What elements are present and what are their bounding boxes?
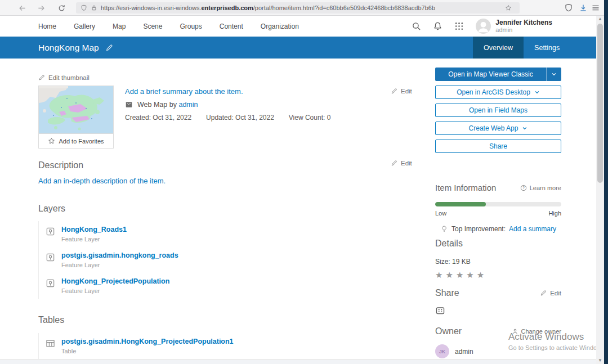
chevron-down-icon bbox=[551, 71, 557, 77]
web-map-icon bbox=[125, 101, 133, 109]
open-in-map-viewer-classic-button[interactable]: Open in Map Viewer Classic bbox=[435, 68, 561, 81]
description-heading: Description bbox=[38, 160, 83, 170]
edit-summary-button[interactable]: Edit bbox=[391, 88, 412, 95]
edit-title-pencil-icon[interactable] bbox=[105, 44, 113, 52]
edit-share-button[interactable]: Edit bbox=[540, 290, 561, 296]
gauge-high-label: High bbox=[548, 210, 561, 217]
item-information-heading: Item Information bbox=[435, 183, 496, 192]
browser-reload-icon[interactable] bbox=[56, 3, 66, 13]
rating-star[interactable]: ★ bbox=[456, 270, 466, 280]
layer-title[interactable]: HongKong_Roads1 bbox=[61, 226, 127, 234]
nav-item-gallery[interactable]: Gallery bbox=[74, 23, 95, 30]
edit-description-button[interactable]: Edit bbox=[391, 160, 412, 167]
layer-type: Feature Layer bbox=[61, 262, 178, 268]
add-description-link[interactable]: Add an in-depth description of the item. bbox=[38, 177, 166, 185]
user-role: admin bbox=[495, 26, 552, 33]
tracking-protection-icon[interactable] bbox=[564, 3, 573, 12]
change-owner-link[interactable]: Change owner bbox=[512, 328, 561, 335]
notifications-bell-icon[interactable] bbox=[433, 21, 442, 31]
table-title[interactable]: postgis.gisadmin.HongKong_ProjectedPopul… bbox=[61, 338, 234, 346]
learn-more-link[interactable]: Learn more bbox=[520, 185, 561, 191]
user-name: Jennifer Kitchens bbox=[495, 19, 552, 26]
scroll-down-arrow-icon[interactable]: ▼ bbox=[596, 357, 604, 364]
browser-back-icon[interactable] bbox=[17, 3, 27, 13]
owner-name: admin bbox=[455, 348, 473, 356]
gauge-low-label: Low bbox=[435, 210, 446, 217]
person-icon bbox=[512, 328, 518, 335]
nav-item-scene[interactable]: Scene bbox=[143, 23, 162, 30]
layer-title[interactable]: HongKong_ProjectedPopulation bbox=[61, 277, 169, 286]
browser-forward-icon[interactable] bbox=[36, 3, 46, 13]
pencil-icon bbox=[391, 160, 397, 167]
table-type: Table bbox=[61, 348, 234, 354]
horizontal-scrollbar[interactable] bbox=[0, 359, 596, 364]
nav-item-groups[interactable]: Groups bbox=[180, 23, 202, 30]
item-thumbnail-card: Add to Favorites bbox=[38, 86, 114, 149]
layer-row[interactable]: HongKong_ProjectedPopulation Feature Lay… bbox=[39, 273, 393, 299]
browser-menu-icon[interactable] bbox=[591, 3, 600, 12]
layers-heading: Layers bbox=[38, 204, 65, 214]
portal-nav-right: Jennifer Kitchens admin bbox=[412, 16, 552, 37]
item-information-section: Item Information Learn more Low High Top… bbox=[435, 183, 561, 233]
nav-item-map[interactable]: Map bbox=[113, 23, 126, 30]
item-owner-link[interactable]: admin bbox=[178, 101, 198, 109]
chevron-down-icon bbox=[534, 89, 540, 95]
portal-nav-links: Home Gallery Map Scene Groups Content Or… bbox=[38, 16, 299, 37]
owner-heading: Owner bbox=[435, 326, 462, 336]
add-a-summary-link[interactable]: Add a summary bbox=[509, 225, 556, 233]
edit-thumbnail-button[interactable]: Edit thumbnail bbox=[38, 74, 90, 81]
rating-star[interactable]: ★ bbox=[435, 270, 445, 280]
arcgis-portal-item-page: https://esri-windows-in.esri-windows.ent… bbox=[0, 0, 608, 364]
lock-icon[interactable] bbox=[91, 5, 97, 11]
downloads-icon[interactable] bbox=[579, 3, 588, 12]
details-heading: Details bbox=[435, 239, 561, 249]
rating-star[interactable]: ★ bbox=[466, 270, 476, 280]
create-web-app-button[interactable]: Create Web App bbox=[435, 122, 561, 135]
item-updated: Updated: Oct 31, 2022 bbox=[206, 114, 274, 122]
app-launcher-icon[interactable] bbox=[454, 21, 464, 31]
tab-settings[interactable]: Settings bbox=[524, 37, 570, 59]
layer-row[interactable]: postgis.gisadmin.hongkong_roads Feature … bbox=[39, 247, 393, 273]
table-row[interactable]: postgis.gisadmin.HongKong_ProjectedPopul… bbox=[39, 333, 393, 359]
pencil-icon bbox=[391, 88, 397, 95]
nav-item-content[interactable]: Content bbox=[220, 23, 243, 30]
favorite-star-icon bbox=[48, 137, 55, 145]
item-tabs: Overview Settings bbox=[473, 37, 570, 59]
scroll-up-arrow-icon[interactable]: ▲ bbox=[596, 16, 604, 23]
map-thumbnail-image[interactable] bbox=[39, 86, 113, 133]
tab-overview[interactable]: Overview bbox=[473, 37, 524, 59]
rating-star[interactable]: ★ bbox=[477, 270, 487, 280]
open-in-field-maps-button[interactable]: Open in Field Maps bbox=[435, 104, 561, 117]
scrollbar-thumb[interactable] bbox=[597, 24, 603, 183]
vertical-scrollbar[interactable]: ▲ ▼ bbox=[596, 16, 604, 364]
item-header: HongKong Map Overview Settings bbox=[0, 37, 608, 59]
item-rating-stars[interactable]: ★★★★★ bbox=[435, 270, 561, 280]
item-size: Size: 19 KB bbox=[435, 258, 561, 266]
share-button[interactable]: Share bbox=[435, 140, 561, 153]
nav-item-home[interactable]: Home bbox=[38, 23, 56, 30]
layer-title[interactable]: postgis.gisadmin.hongkong_roads bbox=[61, 251, 178, 260]
portal-nav: Home Gallery Map Scene Groups Content Or… bbox=[0, 16, 596, 37]
user-menu[interactable]: Jennifer Kitchens admin bbox=[476, 19, 552, 34]
lightbulb-icon bbox=[440, 225, 448, 233]
open-in-arcgis-desktop-button[interactable]: Open in ArcGIS Desktop bbox=[435, 86, 561, 99]
add-to-favorites-button[interactable]: Add to Favorites bbox=[39, 133, 113, 148]
address-bar[interactable]: https://esri-windows-in.esri-windows.ent… bbox=[76, 2, 520, 14]
tables-list: postgis.gisadmin.HongKong_ProjectedPopul… bbox=[38, 333, 393, 359]
add-summary-link[interactable]: Add a brief summary about the item. bbox=[125, 87, 243, 96]
details-section: Details Size: 19 KB ★★★★★ bbox=[435, 239, 561, 280]
shield-icon[interactable] bbox=[81, 5, 87, 11]
organization-share-icon[interactable] bbox=[435, 305, 445, 316]
nav-item-organization[interactable]: Organization bbox=[261, 23, 299, 30]
item-view-count: View Count: 0 bbox=[289, 114, 331, 122]
pencil-icon bbox=[540, 290, 547, 296]
search-icon[interactable] bbox=[412, 21, 421, 31]
action-buttons: Open in Map Viewer Classic Open in ArcGI… bbox=[435, 68, 561, 158]
user-avatar bbox=[476, 19, 491, 34]
bookmark-star-icon[interactable] bbox=[505, 5, 512, 11]
top-improvement-label: Top Improvement: bbox=[451, 225, 506, 233]
item-info-progress-fill bbox=[435, 202, 486, 206]
layer-row[interactable]: HongKong_Roads1 Feature Layer bbox=[39, 221, 393, 247]
map-viewer-dropdown-toggle[interactable] bbox=[546, 68, 561, 81]
rating-star[interactable]: ★ bbox=[445, 270, 455, 280]
